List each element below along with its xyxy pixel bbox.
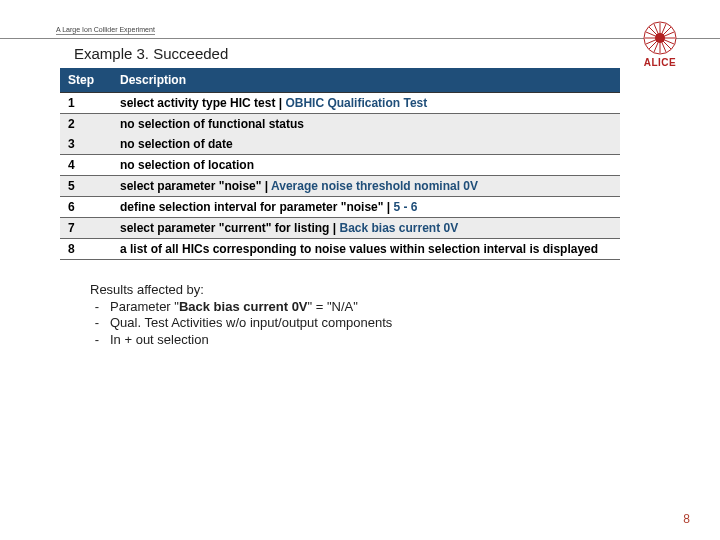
step-num: 3 bbox=[60, 134, 112, 155]
table-row: 2 no selection of functional status bbox=[60, 114, 620, 135]
table-row: 6 define selection interval for paramete… bbox=[60, 197, 620, 218]
table-row: 4 no selection of location bbox=[60, 155, 620, 176]
step-num: 8 bbox=[60, 239, 112, 260]
col-description: Description bbox=[112, 68, 620, 93]
slide-title: Example 3. Succeeded bbox=[0, 39, 720, 68]
step-desc: no selection of date bbox=[112, 134, 620, 155]
step-desc: no selection of functional status bbox=[112, 114, 620, 135]
table-row: 8 a list of all HICs corresponding to no… bbox=[60, 239, 620, 260]
results-heading: Results affected by: bbox=[90, 282, 720, 297]
experiment-subtitle: A Large Ion Collider Experiment bbox=[56, 26, 155, 35]
results-item: In + out selection bbox=[110, 332, 720, 348]
step-desc: define selection interval for parameter … bbox=[112, 197, 620, 218]
step-num: 7 bbox=[60, 218, 112, 239]
svg-point-9 bbox=[655, 33, 665, 43]
step-num: 6 bbox=[60, 197, 112, 218]
results-list: Parameter "Back bias current 0V" = "N/A"… bbox=[90, 299, 720, 348]
step-desc: a list of all HICs corresponding to nois… bbox=[112, 239, 620, 260]
step-desc: select activity type HIC test | OBHIC Qu… bbox=[112, 93, 620, 114]
step-num: 2 bbox=[60, 114, 112, 135]
results-item: Parameter "Back bias current 0V" = "N/A" bbox=[110, 299, 720, 315]
results-item: Qual. Test Activities w/o input/output c… bbox=[110, 315, 720, 331]
step-desc: select parameter "current" for listing |… bbox=[112, 218, 620, 239]
page-number: 8 bbox=[683, 512, 690, 526]
header: A Large Ion Collider Experiment ALICE bbox=[0, 0, 720, 39]
table-row: 5 select parameter "noise" | Average noi… bbox=[60, 176, 620, 197]
alice-logo-text: ALICE bbox=[642, 57, 678, 68]
alice-logo-icon bbox=[642, 20, 678, 56]
table-header-row: Step Description bbox=[60, 68, 620, 93]
table-row: 1 select activity type HIC test | OBHIC … bbox=[60, 93, 620, 114]
step-num: 4 bbox=[60, 155, 112, 176]
step-num: 5 bbox=[60, 176, 112, 197]
step-num: 1 bbox=[60, 93, 112, 114]
table-row: 3 no selection of date bbox=[60, 134, 620, 155]
step-desc: select parameter "noise" | Average noise… bbox=[112, 176, 620, 197]
table-row: 7 select parameter "current" for listing… bbox=[60, 218, 620, 239]
alice-logo: ALICE bbox=[642, 20, 678, 68]
steps-table: Step Description 1 select activity type … bbox=[60, 68, 620, 260]
col-step: Step bbox=[60, 68, 112, 93]
step-desc: no selection of location bbox=[112, 155, 620, 176]
results-block: Results affected by: Parameter "Back bia… bbox=[90, 282, 720, 348]
